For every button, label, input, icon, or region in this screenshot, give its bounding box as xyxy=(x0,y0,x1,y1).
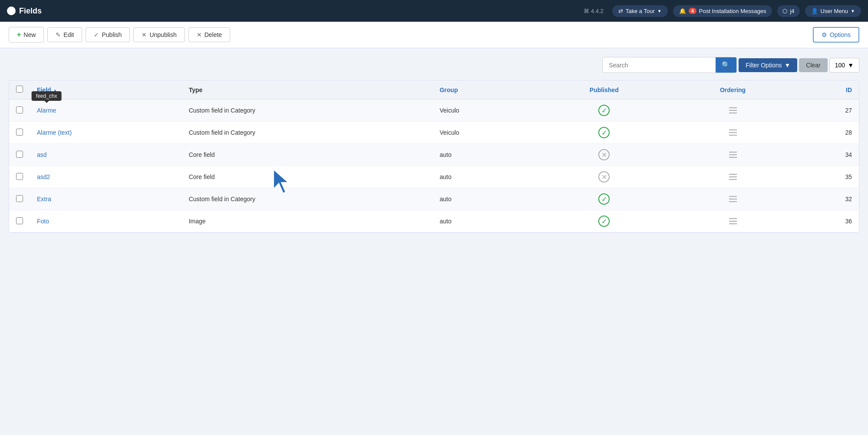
published-cell: ✕ xyxy=(537,166,671,188)
per-page-select[interactable]: 100 ▼ xyxy=(829,58,859,73)
group-cell: auto xyxy=(432,210,537,232)
row-checkbox[interactable] xyxy=(16,173,23,180)
brand-icon xyxy=(7,7,16,15)
external-link-button[interactable]: ⬡ j4 xyxy=(777,5,799,17)
tour-chevron-icon: ▼ xyxy=(657,9,662,13)
row-checkbox[interactable] xyxy=(16,106,23,113)
field-column-header[interactable]: Field ▲ xyxy=(30,80,182,100)
published-cell: ✓ xyxy=(537,210,671,232)
take-a-tour-button[interactable]: ⇄ Take a Tour ▼ xyxy=(612,5,668,17)
new-button[interactable]: + New xyxy=(9,27,44,43)
external-label: j4 xyxy=(790,8,794,14)
ordering-handle[interactable] xyxy=(678,218,787,225)
unpublish-button[interactable]: ✕ Unpublish xyxy=(133,27,185,42)
row-checkbox[interactable] xyxy=(16,129,23,136)
page-title: Fields xyxy=(19,7,42,16)
delete-button[interactable]: ✕ Delete xyxy=(188,27,230,42)
id-cell: 32 xyxy=(795,188,859,210)
publish-button[interactable]: ✓ Publish xyxy=(86,27,130,42)
select-all-header xyxy=(9,80,30,100)
edit-label: Edit xyxy=(63,31,74,38)
published-cell: ✕ xyxy=(537,144,671,166)
published-status-icon[interactable]: ✕ xyxy=(598,171,610,183)
ordering-handle[interactable] xyxy=(678,129,787,136)
id-cell: 35 xyxy=(795,166,859,188)
field-link[interactable]: asd xyxy=(37,151,47,158)
user-menu-label: User Menu xyxy=(821,8,848,14)
notification-badge: 4 xyxy=(689,8,696,14)
type-column-header: Type xyxy=(182,80,433,100)
group-column-header[interactable]: Group xyxy=(432,80,537,100)
filter-label: Filter Options xyxy=(746,62,782,69)
field-link[interactable]: Alarme xyxy=(37,107,56,114)
field-link[interactable]: asd2 xyxy=(37,173,50,180)
per-page-value: 100 xyxy=(835,62,845,69)
clear-button[interactable]: Clear xyxy=(799,58,827,72)
field-link[interactable]: Foto xyxy=(37,218,49,225)
delete-icon: ✕ xyxy=(197,31,202,38)
filter-options-button[interactable]: Filter Options ▼ xyxy=(739,58,797,72)
select-all-checkbox[interactable] xyxy=(16,86,23,93)
type-cell: Image xyxy=(182,210,433,232)
content-area: 🔍 Filter Options ▼ Clear 100 ▼ Field xyxy=(0,48,868,242)
row-checkbox[interactable] xyxy=(16,151,23,158)
published-status-icon[interactable]: ✓ xyxy=(598,105,610,116)
id-cell: 34 xyxy=(795,144,859,166)
brand: Fields xyxy=(7,7,42,16)
ordering-handle[interactable] xyxy=(678,151,787,158)
published-cell: ✓ xyxy=(537,188,671,210)
search-input[interactable] xyxy=(603,58,716,72)
new-label: New xyxy=(23,31,36,38)
type-cell: Core field xyxy=(182,166,433,188)
ordering-handle[interactable] xyxy=(678,196,787,203)
table-row: ExtraCustom field in Categoryauto✓32 xyxy=(9,188,859,210)
type-cell: Core field xyxy=(182,144,433,166)
ordering-handle[interactable] xyxy=(678,173,787,180)
field-name-cell: asd xyxy=(30,144,182,166)
field-link[interactable]: Extra xyxy=(37,196,51,203)
id-cell: 36 xyxy=(795,210,859,232)
published-cell: ✓ xyxy=(537,100,671,122)
edit-button[interactable]: ✎ Edit xyxy=(47,27,82,42)
field-name-cell: asd2 xyxy=(30,166,182,188)
search-icon: 🔍 xyxy=(722,61,730,69)
table-header-row: Field ▲ Type Group Published Ordering xyxy=(9,80,859,100)
id-column-header[interactable]: ID xyxy=(795,80,859,100)
unpublish-label: Unpublish xyxy=(149,31,176,38)
options-label: Options xyxy=(830,31,851,38)
group-cell: auto xyxy=(432,166,537,188)
field-link[interactable]: Alarme (text) xyxy=(37,129,72,136)
notifications-button[interactable]: 🔔 4 Post Installation Messages xyxy=(673,5,772,17)
ordering-column-header[interactable]: Ordering xyxy=(671,80,794,100)
ordering-cell xyxy=(671,210,794,232)
user-menu-button[interactable]: 👤 User Menu ▼ xyxy=(805,5,861,17)
group-cell: Veiculo xyxy=(432,100,537,122)
published-status-icon[interactable]: ✕ xyxy=(598,149,610,160)
ordering-handle[interactable] xyxy=(678,107,787,114)
version-label: ⌘ 4.4.2 xyxy=(584,8,604,14)
published-status-icon[interactable]: ✓ xyxy=(598,216,610,227)
row-checkbox[interactable] xyxy=(16,195,23,202)
toolbar: + New ✎ Edit ✓ Publish ✕ Unpublish ✕ Del… xyxy=(0,22,868,48)
group-cell: Veiculo xyxy=(432,122,537,144)
published-column-header[interactable]: Published xyxy=(537,80,671,100)
external-link-icon: ⬡ xyxy=(782,8,787,14)
fields-table: Field ▲ Type Group Published Ordering xyxy=(9,80,859,233)
published-status-icon[interactable]: ✓ xyxy=(598,193,610,205)
per-page-chevron-icon: ▼ xyxy=(848,62,854,69)
search-input-wrap: 🔍 xyxy=(602,57,737,73)
ordering-cell xyxy=(671,188,794,210)
bell-icon: 🔔 xyxy=(679,8,686,14)
user-menu-chevron-icon: ▼ xyxy=(851,9,855,13)
group-cell: auto xyxy=(432,188,537,210)
gear-icon: ⚙ xyxy=(822,31,827,38)
options-button[interactable]: ⚙ Options xyxy=(813,27,859,43)
search-button[interactable]: 🔍 xyxy=(716,57,736,73)
field-name-cell: Alarme (text) xyxy=(30,122,182,144)
published-status-icon[interactable]: ✓ xyxy=(598,127,610,138)
group-cell: auto xyxy=(432,144,537,166)
row-checkbox[interactable] xyxy=(16,217,23,224)
post-installation-label: Post Installation Messages xyxy=(699,8,766,14)
tour-label: Take a Tour xyxy=(626,8,655,14)
clear-label: Clear xyxy=(806,62,820,69)
